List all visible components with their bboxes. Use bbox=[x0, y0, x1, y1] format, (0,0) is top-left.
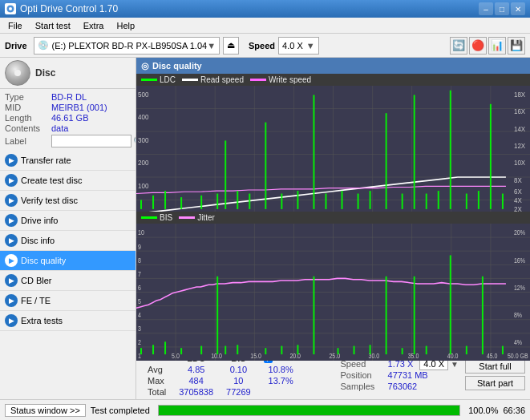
title-bar: Opti Drive Control 1.70 – □ ✕ bbox=[0, 0, 530, 18]
drive-dropdown-icon: ▼ bbox=[207, 41, 216, 50]
sidebar-item-transfer-rate[interactable]: ▶ Transfer rate bbox=[0, 151, 136, 171]
svg-text:8%: 8% bbox=[514, 311, 522, 319]
disc-contents-row: Contents data bbox=[5, 123, 131, 133]
sidebar-item-drive-info[interactable]: ▶ Drive info bbox=[0, 211, 136, 231]
start-part-button[interactable]: Start part bbox=[465, 376, 525, 390]
eject-icon: ⏏ bbox=[227, 40, 235, 50]
svg-rect-45 bbox=[200, 196, 202, 209]
verify-test-disc-icon: ▶ bbox=[5, 194, 18, 207]
disc-quality-icon: ▶ bbox=[5, 254, 18, 267]
max-row: Max 484 10 13.7% bbox=[141, 375, 305, 386]
svg-rect-42 bbox=[152, 196, 154, 209]
maximize-button[interactable]: □ bbox=[495, 2, 509, 15]
status-window-button[interactable]: Status window >> bbox=[5, 404, 86, 417]
svg-text:4%: 4% bbox=[514, 338, 522, 346]
svg-rect-114 bbox=[164, 341, 166, 354]
menu-extra[interactable]: Extra bbox=[79, 19, 109, 32]
svg-rect-133 bbox=[482, 277, 483, 354]
jitter-legend-label: Jitter bbox=[197, 213, 215, 222]
label-input[interactable] bbox=[51, 135, 131, 147]
sidebar-item-verify-test-disc[interactable]: ▶ Verify test disc bbox=[0, 191, 136, 211]
mid-value: MEIRB1 (001) bbox=[51, 103, 107, 112]
avg-jitter: 10.8% bbox=[257, 364, 305, 375]
speed-info: Speed 1.73 X 4.0 X ▼ Position 47731 MB S… bbox=[341, 359, 459, 391]
svg-text:10: 10 bbox=[138, 229, 144, 237]
scan-button[interactable]: 📊 bbox=[488, 37, 506, 55]
sidebar-item-disc-quality[interactable]: ▶ Disc quality bbox=[0, 251, 136, 271]
bottom-legend: BIS Jitter bbox=[136, 212, 530, 224]
svg-text:45.0: 45.0 bbox=[487, 352, 498, 360]
svg-rect-55 bbox=[342, 191, 343, 209]
svg-rect-61 bbox=[426, 194, 427, 209]
sidebar-item-create-test-disc[interactable]: ▶ Create test disc bbox=[0, 171, 136, 191]
svg-rect-60 bbox=[414, 95, 415, 209]
window-controls: – □ ✕ bbox=[479, 2, 525, 15]
save-button[interactable]: 💾 bbox=[508, 37, 525, 55]
minimize-button[interactable]: – bbox=[479, 2, 493, 15]
svg-rect-117 bbox=[216, 277, 218, 354]
total-jitter bbox=[257, 386, 305, 398]
mid-label: MID bbox=[5, 103, 51, 112]
svg-text:300: 300 bbox=[138, 135, 149, 144]
svg-rect-50 bbox=[265, 123, 266, 209]
menu-bar: File Start test Extra Help bbox=[0, 18, 530, 34]
eject-button[interactable]: ⏏ bbox=[223, 37, 239, 55]
svg-rect-112 bbox=[140, 348, 142, 354]
read-speed-legend: Read speed bbox=[182, 75, 244, 84]
dq-header-icon: ◎ bbox=[141, 61, 149, 71]
svg-text:10.0: 10.0 bbox=[211, 352, 222, 360]
bis-color bbox=[141, 216, 157, 219]
svg-text:20%: 20% bbox=[514, 229, 525, 237]
sidebar: Disc Type BD-R DL MID MEIRB1 (001) Lengt… bbox=[0, 58, 136, 399]
label-label: Label bbox=[5, 136, 51, 146]
cd-bler-icon: ▶ bbox=[5, 274, 18, 287]
disc-type-row: Type BD-R DL bbox=[5, 92, 131, 102]
sidebar-item-disc-info[interactable]: ▶ Disc info bbox=[0, 231, 136, 251]
create-test-disc-label: Create test disc bbox=[21, 176, 82, 185]
disc-mid-row: MID MEIRB1 (001) bbox=[5, 103, 131, 112]
svg-rect-118 bbox=[225, 346, 226, 355]
type-value: BD-R DL bbox=[51, 92, 87, 102]
svg-rect-134 bbox=[502, 346, 504, 355]
svg-rect-52 bbox=[297, 191, 298, 209]
menu-file[interactable]: File bbox=[3, 19, 27, 32]
transfer-rate-icon: ▶ bbox=[5, 154, 18, 167]
sidebar-item-extra-tests[interactable]: ▶ Extra tests bbox=[0, 311, 136, 331]
cd-bler-label: CD Bler bbox=[21, 276, 52, 285]
drive-select[interactable]: 💿 (E:) PLEXTOR BD-R PX-LB950SA 1.04 ▼ bbox=[34, 37, 220, 55]
read-speed-color bbox=[182, 79, 198, 81]
transfer-rate-label: Transfer rate bbox=[21, 155, 71, 165]
burn-button[interactable]: 🔴 bbox=[469, 37, 487, 55]
refresh-button[interactable]: 🔄 bbox=[450, 37, 467, 55]
jitter-color bbox=[179, 216, 195, 219]
svg-rect-47 bbox=[225, 140, 226, 209]
speed-dropdown-icon: ▼ bbox=[306, 41, 315, 50]
dq-title: Disc quality bbox=[152, 61, 202, 71]
speed-select[interactable]: 4.0 X ▼ bbox=[278, 37, 319, 55]
sidebar-item-fe-te[interactable]: ▶ FE / TE bbox=[0, 291, 136, 311]
svg-text:15.0: 15.0 bbox=[250, 352, 261, 360]
svg-text:8: 8 bbox=[138, 256, 141, 265]
disc-length-row: Length 46.61 GB bbox=[5, 113, 131, 123]
position-val: 47731 MB bbox=[388, 370, 428, 380]
svg-text:400: 400 bbox=[138, 113, 149, 122]
ldc-legend: LDC bbox=[141, 75, 176, 84]
top-chart: LDC Read speed Write speed bbox=[136, 74, 530, 212]
menu-start-test[interactable]: Start test bbox=[30, 19, 75, 32]
svg-rect-53 bbox=[313, 95, 314, 209]
bis-legend-label: BIS bbox=[160, 213, 172, 222]
close-button[interactable]: ✕ bbox=[511, 2, 525, 15]
svg-rect-48 bbox=[237, 191, 238, 209]
length-label: Length bbox=[5, 113, 51, 123]
svg-text:40.0: 40.0 bbox=[447, 352, 459, 360]
sidebar-item-cd-bler[interactable]: ▶ CD Bler bbox=[0, 271, 136, 291]
disc-quality-header: ◎ Disc quality bbox=[136, 58, 530, 74]
svg-rect-59 bbox=[402, 194, 403, 209]
svg-rect-126 bbox=[370, 345, 371, 354]
menu-help[interactable]: Help bbox=[111, 19, 140, 32]
svg-text:100: 100 bbox=[138, 181, 149, 190]
svg-rect-121 bbox=[281, 346, 282, 355]
svg-text:14X: 14X bbox=[514, 125, 526, 134]
scan-icon: 📊 bbox=[491, 39, 504, 51]
drive-icon: 💿 bbox=[38, 40, 49, 50]
